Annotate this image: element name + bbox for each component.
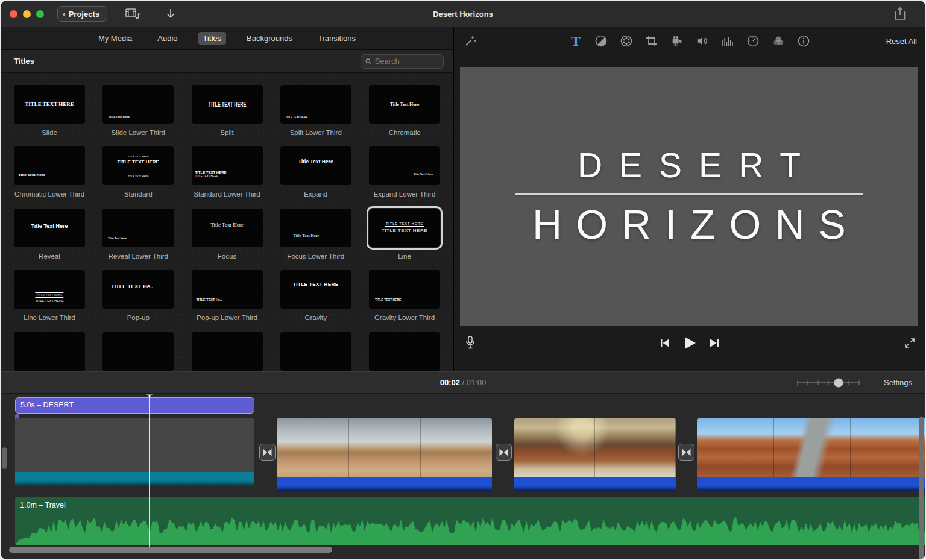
title-style-gravity[interactable]: TITLE TEXT HEREGravity: [280, 270, 351, 322]
color-balance-icon[interactable]: [594, 34, 608, 48]
timeline-zoom-slider[interactable]: [795, 377, 863, 389]
title-style-line-lower-third[interactable]: TITLE TEXT HERETITLE TEXT HERELine Lower…: [14, 270, 85, 322]
transition-icon[interactable]: [678, 444, 694, 461]
title-style-partial[interactable]: [192, 332, 263, 372]
title-thumbnail[interactable]: Title Text Here: [280, 209, 351, 247]
title-style-chromatic[interactable]: Title Text HereChromatic: [369, 85, 440, 137]
title-thumbnail[interactable]: Title Text Here: [192, 209, 263, 247]
title-thumbnail[interactable]: TITLE TEXT HERETITLE TEXT HERE: [192, 146, 263, 185]
share-button[interactable]: [894, 7, 906, 21]
close-window-button[interactable]: [10, 10, 17, 18]
tab-my-media[interactable]: My Media: [93, 32, 137, 45]
minimize-window-button[interactable]: [23, 10, 31, 18]
title-style-chromatic-lower-third[interactable]: Title Text HereChromatic Lower Third: [14, 146, 85, 198]
timeline-clip-desert-rocks[interactable]: [277, 418, 492, 491]
title-style-split-lower-third[interactable]: TITLE TEXT HERESplit Lower Third: [280, 85, 351, 137]
back-to-projects-button[interactable]: ‹ Projects: [57, 6, 107, 22]
timeline-settings-button[interactable]: Settings: [884, 378, 912, 387]
speed-gauge-icon[interactable]: [746, 34, 760, 48]
preview-viewer[interactable]: DESERT HORIZONS: [460, 67, 918, 326]
zoom-slider-thumb[interactable]: [834, 379, 843, 388]
title-style-pop-up[interactable]: TITLE TEXT He..Pop-up: [102, 270, 174, 322]
title-thumbnail[interactable]: [14, 332, 85, 371]
title-style-standard[interactable]: TITLE TEXT HERETITLE TEXT HERETITLE TEXT…: [102, 146, 174, 198]
zoom-window-button[interactable]: [36, 10, 44, 18]
info-icon[interactable]: [797, 34, 810, 48]
timeline-music-clip[interactable]: 1.0m – Travel: [15, 497, 925, 545]
tab-audio[interactable]: Audio: [153, 32, 182, 45]
title-thumbnail[interactable]: Title Text Here: [369, 146, 440, 185]
title-thumbnail[interactable]: TITLE TEXT He..: [102, 270, 174, 309]
tab-transitions[interactable]: Transitions: [313, 32, 361, 45]
tab-backgrounds[interactable]: Backgrounds: [242, 32, 297, 45]
title-thumbnail[interactable]: Title Text Here: [369, 85, 440, 124]
enhance-wand-icon[interactable]: [464, 34, 477, 48]
timeline-title-clip[interactable]: 5.0s – DESERT: [15, 397, 254, 414]
title-thumbnail[interactable]: [280, 332, 351, 371]
title-style-expand-lower-third[interactable]: Title Text HereExpand Lower Third: [369, 146, 440, 198]
timeline-clip-background[interactable]: [15, 418, 254, 486]
skip-to-start-button[interactable]: [659, 337, 671, 349]
title-thumbnail[interactable]: [192, 332, 263, 371]
title-style-slide[interactable]: TITLE TEXT HERESlide: [14, 85, 85, 137]
stabilization-camera-icon[interactable]: [670, 34, 684, 48]
titles-text-icon[interactable]: T: [569, 34, 582, 48]
title-style-reveal-lower-third[interactable]: Title Text HereReveal Lower Third: [102, 209, 174, 260]
title-style-partial[interactable]: [14, 332, 85, 372]
transition-icon[interactable]: [259, 444, 276, 461]
playhead[interactable]: [149, 395, 150, 547]
timeline-clip-desert-road[interactable]: [697, 418, 925, 491]
title-thumbnail[interactable]: TITLE TEXT He..: [192, 270, 263, 309]
title-style-focus-lower-third[interactable]: Title Text HereFocus Lower Third: [280, 209, 351, 260]
title-style-partial[interactable]: [280, 332, 351, 372]
fullscreen-button[interactable]: [904, 337, 916, 349]
timeline-left-scroll-handle[interactable]: [2, 447, 7, 469]
play-button[interactable]: [682, 335, 698, 351]
search-field[interactable]: [361, 54, 444, 69]
voiceover-record-button[interactable]: [465, 335, 476, 351]
title-thumbnail[interactable]: TITLE TEXT HERETITLE TEXT HERETITLE TEXT…: [102, 146, 174, 185]
timeline-horizontal-scrollbar[interactable]: [9, 547, 332, 553]
color-wheel-icon[interactable]: [620, 34, 633, 48]
tab-titles[interactable]: Titles: [198, 32, 227, 45]
title-style-gravity-lower-third[interactable]: TITLE TEXT HEREGravity Lower Third: [369, 270, 440, 322]
filters-circles-icon[interactable]: [772, 34, 785, 48]
title-thumbnail[interactable]: Title Text Here: [280, 146, 351, 185]
title-style-standard-lower-third[interactable]: TITLE TEXT HERETITLE TEXT HEREStandard L…: [192, 146, 263, 198]
title-thumbnail[interactable]: TITLE TEXT HERETITLE TEXT HERE: [369, 209, 440, 247]
volume-speaker-icon[interactable]: [696, 34, 709, 48]
title-style-expand[interactable]: Title Text HereExpand: [280, 146, 351, 198]
title-style-pop-up-lower-third[interactable]: TITLE TEXT He..Pop-up Lower Third: [192, 270, 263, 322]
title-style-partial[interactable]: [102, 332, 174, 372]
title-style-focus[interactable]: Title Text HereFocus: [192, 209, 263, 260]
reset-all-button[interactable]: Reset All: [886, 37, 917, 46]
media-browser-panel: My MediaAudioTitlesBackgroundsTransition…: [1, 27, 454, 371]
title-thumbnail[interactable]: [369, 332, 440, 371]
title-thumbnail[interactable]: TITLE TEXT HERE: [280, 85, 351, 124]
title-style-line[interactable]: TITLE TEXT HERETITLE TEXT HERELine: [369, 209, 440, 260]
timeline[interactable]: 5.0s – DESERT: [1, 394, 925, 559]
title-style-reveal[interactable]: Title Text HereReveal: [14, 209, 85, 260]
crop-icon[interactable]: [645, 34, 658, 48]
title-thumbnail[interactable]: Title Text Here: [102, 209, 174, 247]
equalizer-bars-icon[interactable]: [721, 34, 734, 48]
timeline-clip-desert-sunset[interactable]: [514, 418, 676, 491]
title-thumbnail[interactable]: Title Text Here: [14, 209, 85, 247]
transition-icon[interactable]: [496, 444, 512, 461]
timeline-vertical-scrollbar[interactable]: [919, 417, 924, 559]
title-thumbnail[interactable]: TITLE TEXT HERE: [280, 270, 351, 309]
title-thumbnail[interactable]: TITLE TEXT HERE: [369, 270, 440, 309]
title-thumbnail[interactable]: TITLE TEXT HERE: [102, 85, 174, 124]
title-thumbnail[interactable]: [102, 332, 174, 371]
skip-to-end-button[interactable]: [708, 337, 720, 349]
title-style-partial[interactable]: [369, 332, 440, 372]
download-button[interactable]: [165, 8, 176, 20]
title-thumbnail[interactable]: TITLE TEXT HERE: [14, 85, 85, 124]
title-thumbnail[interactable]: Title Text Here: [14, 146, 85, 185]
title-style-slide-lower-third[interactable]: TITLE TEXT HERESlide Lower Third: [102, 85, 174, 137]
title-thumbnail[interactable]: TITLE TEXT HERE: [192, 85, 263, 124]
search-input[interactable]: [374, 57, 439, 66]
import-media-button[interactable]: [125, 8, 141, 20]
title-thumbnail[interactable]: TITLE TEXT HERETITLE TEXT HERE: [14, 270, 85, 309]
title-style-split[interactable]: TITLE TEXT HERESplit: [192, 85, 263, 137]
